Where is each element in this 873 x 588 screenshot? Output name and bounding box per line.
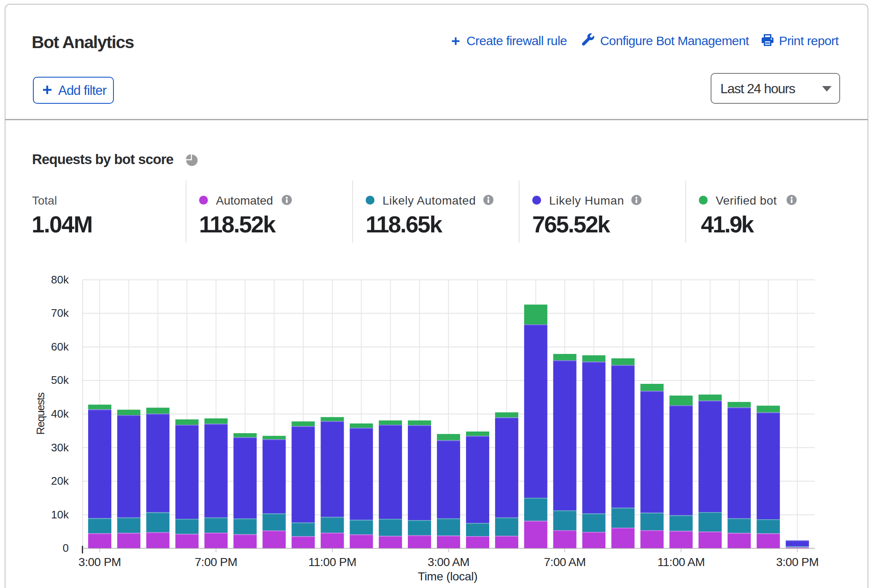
svg-text:11:00 AM: 11:00 AM — [657, 556, 705, 569]
svg-text:7:00 AM: 7:00 AM — [544, 556, 586, 569]
svg-text:3:00 PM: 3:00 PM — [78, 556, 121, 569]
svg-text:Time (local): Time (local) — [418, 570, 478, 583]
svg-text:80k: 80k — [51, 273, 69, 286]
svg-text:40k: 40k — [51, 407, 69, 420]
svg-text:3:00 AM: 3:00 AM — [428, 556, 469, 569]
svg-text:60k: 60k — [51, 340, 69, 353]
svg-text:Requests: Requests — [34, 392, 47, 435]
svg-text:20k: 20k — [51, 475, 69, 487]
svg-text:30k: 30k — [51, 441, 69, 454]
svg-text:3:00 PM: 3:00 PM — [776, 556, 819, 569]
svg-text:0: 0 — [63, 542, 69, 554]
svg-text:11:00 PM: 11:00 PM — [308, 556, 356, 569]
svg-text:50k: 50k — [51, 374, 69, 386]
svg-text:10k: 10k — [51, 508, 69, 521]
svg-text:70k: 70k — [51, 307, 69, 319]
svg-text:7:00 PM: 7:00 PM — [195, 556, 237, 569]
